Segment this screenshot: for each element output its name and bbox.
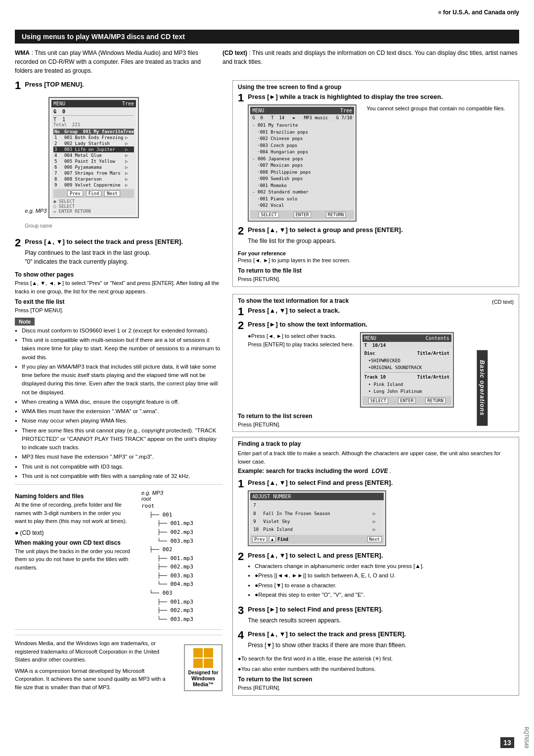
wma-text: : This unit can play WMA (Windows Media … (15, 49, 201, 74)
eg-label: e.g. MP3 (25, 208, 46, 214)
find-step4-desc: Press [▼] to show other tracks if there … (248, 641, 514, 650)
cd-text-header: To show the text information for a track (238, 297, 349, 304)
for-ref-label: For your reference (238, 250, 514, 256)
find-step4-title: Press [▲, ▼] to select the track and pre… (248, 630, 514, 639)
main-title: Using menus to play WMA/MP3 discs and CD… (15, 30, 519, 44)
cd-text-text: : This unit reads and displays the infor… (222, 49, 518, 65)
find-step3-num: 3 (238, 605, 244, 616)
cd-step1-num: 1 (238, 306, 244, 317)
cd-step1-title: Press [▲, ▼] to select a track. (248, 306, 514, 315)
finding-intro: Enter part of a track title to make a se… (238, 449, 514, 466)
top-right-label: for U.S.A. and Canada only (438, 9, 519, 16)
eg-mp3-label: e.g. MP3 (141, 490, 222, 496)
cd-making-text: The unit plays the tracks in the order y… (15, 547, 134, 572)
step2-title: Press [▲, ▼] to select the track and pre… (25, 237, 222, 246)
sidebar-label: Basic operations (477, 350, 488, 426)
cd-text-sub: (CD text) (20, 529, 44, 536)
file-tree: root ├── 001 ├── 001.mp3 ├── 002.mp3 └──… (141, 502, 222, 623)
to-exit-text: Press [TOP MENU]. (15, 306, 222, 315)
find-step2-desc3: ●Press [▼] to erase a character. (248, 581, 514, 590)
note-item: This unit is not compatible with files w… (15, 472, 222, 480)
find-step2-desc2: ●Press [|◄◄, ►►|] to switch between A, E… (248, 571, 514, 580)
find-step1-num: 1 (238, 478, 244, 489)
to-exit-label: To exit the file list (15, 298, 222, 305)
cd-desc2: Press [ENTER] to play tracks selected he… (248, 340, 354, 349)
bottom-para2: WMA is a compression format developed by… (15, 667, 173, 692)
tree-return-text: Press [RETURN]. (238, 275, 514, 284)
naming-text: At the time of recording, prefix folder … (15, 501, 134, 525)
step2-number: 2 (15, 237, 21, 248)
tree-step1-num: 1 (238, 93, 244, 103)
windows-sub: WindowsMedia™ (188, 675, 218, 687)
tree-step2-desc: The file list for the group appears. (248, 236, 514, 245)
cd-return-text: Press [RETURN]. (238, 421, 514, 429)
find-step2-desc1: Characters change in alphanumeric order … (248, 562, 514, 570)
note-item: If you play an WMA/MP3 track that includ… (15, 363, 222, 397)
cd-text-bullet: ● (15, 529, 18, 536)
find-step1-title: Press [▲, ▼] to select Find and press [E… (248, 478, 514, 487)
page-number: 13 (500, 737, 514, 748)
windows-logo-box: Designed for WindowsMedia™ (184, 644, 222, 691)
tree-section-header: Using the tree screen to find a group (238, 84, 514, 91)
note-item: This unit is compatible with multi-sessi… (15, 336, 222, 362)
tree-step1-title: Press [►] while a track is highlighted t… (248, 93, 514, 101)
contents-screen: MENU Contents T 10/14 Disc Title/Art (360, 332, 454, 407)
find-step4-num: 4 (238, 630, 244, 641)
note-item: When creating a WMA disc, ensure the cop… (15, 398, 222, 406)
to-show-text: Press [▲, ▼, ◄, ►] to select "Prev" or "… (15, 279, 222, 295)
note-item: This unit is not compatible with ID3 tag… (15, 463, 222, 471)
find-step3-title: Press [►] to select Find and press [ENTE… (248, 605, 514, 614)
cd-return-label: To return to the list screen (238, 413, 514, 420)
note-item: Noise may occur when playing WMA files. (15, 417, 222, 425)
windows-label: Designed for (188, 670, 218, 675)
note-label: Note (15, 318, 35, 326)
example-label: Example: search for tracks including the… (238, 468, 368, 474)
finding-section: Finding a track to play Enter part of a … (232, 437, 519, 696)
finding-header: Finding a track to play (238, 440, 514, 447)
asterisk2: ●You can also enter numbers with the num… (238, 665, 514, 673)
step2-desc2: "0" indicates the track currently playin… (25, 257, 222, 266)
bottom-para1: Windows Media, and the Windows logo are … (15, 639, 173, 664)
cannot-select-note: You cannot select groups that contain no… (366, 104, 514, 113)
step1-title: Press [TOP MENU]. (25, 80, 222, 89)
asterisk1: ●To search for the first word in a title… (238, 655, 514, 663)
step2-desc1: Play continues to the last track in the … (25, 248, 222, 257)
cd-step2-num: 2 (238, 320, 244, 331)
cd-desc1: ●Press [◄, ►] to select other tracks. (248, 332, 354, 340)
wma-label: WMA (15, 49, 30, 56)
rot-code: RQT6549 (524, 727, 529, 748)
tree-section: Using the tree screen to find a group 1 … (232, 80, 519, 287)
for-ref-text: Press [◄, ►] to jump layers in the tree … (238, 256, 514, 265)
note-item: MP3 files must have the extension ".MP3"… (15, 453, 222, 461)
find-step2-title: Press [▲, ▼] to select L and press [ENTE… (248, 551, 514, 560)
example-word: LOVE (372, 468, 388, 474)
cd-step2-title: Press [►] to show the text information. (248, 320, 514, 329)
find-screen: ADJUST NUMBER 7 8Fall In The Frozen Seas… (248, 490, 386, 546)
next-button[interactable]: Next (367, 536, 382, 542)
note-item: WMA files must have the extension ".WMA"… (15, 407, 222, 416)
naming-label: Naming folders and files (15, 493, 134, 500)
step1-number: 1 (15, 80, 21, 91)
find-step3-desc: The search results screen appears. (248, 616, 514, 625)
note-item: There are some files this unit cannot pl… (15, 426, 222, 452)
find-return-text: Press [RETURN]. (238, 684, 514, 692)
find-step2-desc4: ●Repeat this step to enter "O", "V", and… (248, 591, 514, 599)
group-name-label: Group name (25, 223, 52, 229)
tree-step2-num: 2 (238, 226, 244, 236)
cd-text-note: (CD text) (492, 298, 514, 306)
cd-making-label: When making your own CD text discs (15, 539, 134, 546)
find-step2-num: 2 (238, 551, 244, 562)
cd-text-label: (CD text) (222, 49, 247, 56)
find-return-label: To return to the list screen (238, 676, 514, 683)
note-item: Discs must conform to ISO9660 level 1 or… (15, 327, 222, 335)
tree-return-label: To return to the file list (238, 267, 514, 274)
tree-step2-title: Press [▲, ▼] to select a group and press… (248, 226, 514, 235)
to-show-label: To show other pages (15, 271, 222, 278)
eg-root-label: root (141, 496, 222, 502)
mp3-screen: MENU Tree G 0 T 1 (48, 97, 139, 218)
tree-screen: MENU Tree G 0 T 14 ► MP3 music G 7/10 (248, 104, 356, 222)
cd-text-section: To show the text information for a track… (232, 294, 519, 432)
